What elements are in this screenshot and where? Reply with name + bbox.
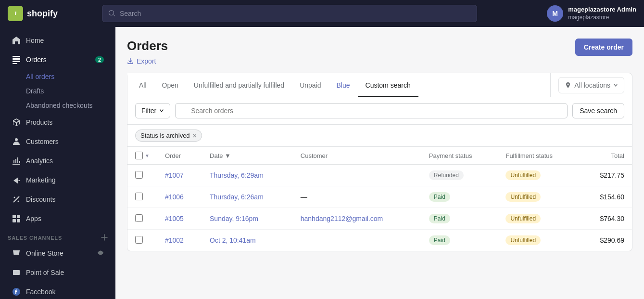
row-payment-status: Refunded [421, 165, 498, 186]
filter-tag-archived: Status is archived × [135, 130, 202, 142]
row-checkbox-cell [127, 186, 157, 208]
row-customer: hanhdang2112@gmail.com [293, 208, 421, 230]
orders-table: ▼ Order Date ▼ Customer Payment status F… [127, 147, 632, 251]
logo-area: shopify [8, 6, 94, 21]
payment-status-badge: Refunded [429, 170, 464, 180]
search-orders-wrap [175, 103, 568, 118]
row-total: $764.30 [580, 208, 632, 230]
sidebar-item-discounts-label: Discounts [26, 195, 55, 203]
th-date[interactable]: Date ▼ [202, 147, 293, 165]
fulfillment-status-badge: Unfulfilled [505, 170, 541, 180]
sidebar-item-analytics[interactable]: Analytics [4, 152, 112, 170]
table-row: #1002 Oct 2, 10:41am — Paid Unfulfilled … [127, 230, 632, 251]
row-checkbox-cell [127, 208, 157, 230]
sidebar-item-marketing-label: Marketing [26, 176, 55, 184]
row-fulfillment-status: Unfulfilled [498, 165, 580, 186]
select-all-checkbox[interactable] [135, 152, 143, 159]
filter-dropdown-icon [159, 108, 164, 113]
sort-icon: ▼ [225, 152, 231, 159]
sidebar-item-point-of-sale[interactable]: Point of Sale [4, 263, 112, 282]
tab-open[interactable]: Open [154, 75, 186, 97]
filter-button[interactable]: Filter [135, 103, 170, 118]
row-fulfillment-status: Unfulfilled [498, 208, 580, 230]
sidebar-item-customers[interactable]: Customers [4, 132, 112, 151]
point-of-sale-icon [12, 268, 21, 277]
search-bar[interactable] [102, 5, 477, 22]
sidebar-item-home[interactable]: Home [4, 31, 112, 50]
row-checkbox[interactable] [135, 236, 143, 244]
facebook-label: Facebook [26, 288, 55, 296]
table-row: #1006 Thursday, 6:26am — Paid Unfulfille… [127, 186, 632, 208]
facebook-icon [12, 287, 21, 297]
page-header: Orders Export Create order [127, 39, 632, 65]
drafts-label: Drafts [26, 87, 44, 95]
row-checkbox[interactable] [135, 214, 143, 222]
order-link[interactable]: #1006 [165, 193, 184, 201]
filter-bar: Filter Save search [127, 97, 632, 125]
save-search-button[interactable]: Save search [572, 103, 624, 118]
th-customer: Customer [293, 147, 421, 165]
tab-all[interactable]: All [131, 75, 154, 97]
search-orders-input[interactable] [175, 103, 568, 118]
order-link[interactable]: #1005 [165, 215, 184, 222]
home-icon [12, 36, 21, 45]
sidebar-item-orders[interactable]: Orders 2 [4, 51, 112, 69]
row-date: Sunday, 9:16pm [202, 208, 293, 230]
svg-rect-3 [13, 63, 17, 64]
th-total: Total [580, 147, 632, 165]
svg-rect-11 [17, 219, 20, 222]
create-order-button[interactable]: Create order [575, 39, 632, 56]
eye-icon[interactable] [97, 249, 104, 258]
table-row: #1007 Thursday, 6:29am — Refunded Unfulf… [127, 165, 632, 186]
global-search-input[interactable] [120, 10, 471, 17]
point-of-sale-label: Point of Sale [26, 269, 64, 276]
th-order: Order [157, 147, 202, 165]
avatar: M [547, 5, 563, 22]
shopify-logo-icon [8, 6, 23, 21]
svg-rect-13 [13, 270, 20, 275]
row-payment-status: Paid [421, 208, 498, 230]
order-link[interactable]: #1002 [165, 236, 184, 244]
sidebar: Home Orders 2 All orders Drafts Abandone… [0, 27, 115, 299]
row-payment-status: Paid [421, 186, 498, 208]
tab-blue[interactable]: Blue [329, 75, 358, 97]
row-total: $217.75 [580, 165, 632, 186]
row-payment-status: Paid [421, 230, 498, 251]
row-total: $290.69 [580, 230, 632, 251]
sidebar-item-marketing[interactable]: Marketing [4, 171, 112, 189]
export-button[interactable]: Export [127, 57, 156, 65]
th-payment-status: Payment status [421, 147, 498, 165]
marketing-icon [12, 175, 21, 185]
tabs-bar: All Open Unfulfilled and partially fulfi… [127, 73, 550, 97]
location-filter-label: All locations [574, 81, 610, 89]
filter-tag-remove[interactable]: × [193, 132, 197, 139]
fulfillment-status-badge: Unfulfilled [505, 214, 541, 223]
svg-rect-0 [13, 56, 20, 57]
sidebar-item-facebook[interactable]: Facebook [4, 283, 112, 299]
order-link[interactable]: #1007 [165, 171, 184, 179]
sidebar-item-discounts[interactable]: Discounts [4, 190, 112, 208]
svg-point-4 [15, 138, 18, 141]
sidebar-item-products[interactable]: Products [4, 113, 112, 131]
filter-label: Filter [141, 107, 156, 115]
sidebar-sub-drafts[interactable]: Drafts [4, 84, 112, 98]
orders-badge: 2 [95, 56, 104, 63]
all-orders-label: All orders [26, 73, 54, 80]
online-store-icon [12, 248, 21, 258]
sidebar-item-apps[interactable]: Apps [4, 209, 112, 228]
tab-unfulfilled[interactable]: Unfulfilled and partially fulfilled [186, 75, 292, 97]
tab-custom-search[interactable]: Custom search [358, 75, 418, 97]
sidebar-item-online-store[interactable]: Online Store [4, 244, 112, 262]
row-order: #1006 [157, 186, 202, 208]
location-filter[interactable]: All locations [558, 77, 624, 93]
row-checkbox[interactable] [135, 193, 143, 200]
sidebar-sub-abandoned-checkouts[interactable]: Abandoned checkouts [4, 99, 112, 112]
tab-unpaid[interactable]: Unpaid [292, 75, 328, 97]
sales-channels-section: SALES CHANNELS [0, 228, 115, 244]
row-customer: — [293, 165, 421, 186]
add-channel-icon[interactable] [101, 234, 108, 242]
checkbox-dropdown-arrow[interactable]: ▼ [145, 153, 150, 158]
row-checkbox[interactable] [135, 171, 143, 179]
sidebar-sub-all-orders[interactable]: All orders [4, 70, 112, 83]
abandoned-checkouts-label: Abandoned checkouts [26, 102, 93, 109]
